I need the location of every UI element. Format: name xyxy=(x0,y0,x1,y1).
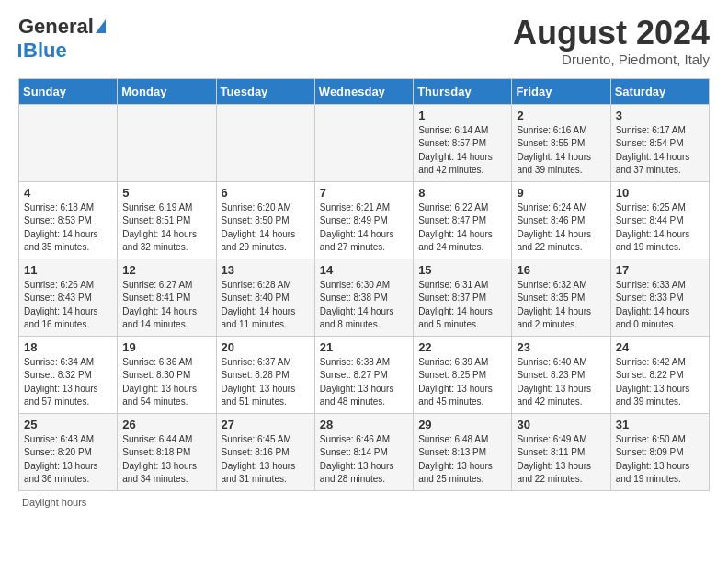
day-info: Sunrise: 6:36 AMSunset: 8:30 PMDaylight:… xyxy=(122,356,210,409)
calendar-cell: 21Sunrise: 6:38 AMSunset: 8:27 PMDayligh… xyxy=(314,336,413,413)
calendar-cell: 28Sunrise: 6:46 AMSunset: 8:14 PMDayligh… xyxy=(314,413,413,490)
calendar-cell: 3Sunrise: 6:17 AMSunset: 8:54 PMDaylight… xyxy=(610,104,709,181)
calendar-cell: 9Sunrise: 6:24 AMSunset: 8:46 PMDaylight… xyxy=(512,181,610,259)
day-info: Sunrise: 6:42 AMSunset: 8:22 PMDaylight:… xyxy=(616,356,704,409)
day-number: 30 xyxy=(517,418,605,431)
day-number: 8 xyxy=(418,186,506,200)
calendar-cell: 23Sunrise: 6:40 AMSunset: 8:23 PMDayligh… xyxy=(512,336,610,413)
col-header-thursday: Thursday xyxy=(414,78,512,104)
day-info: Sunrise: 6:34 AMSunset: 8:32 PMDaylight:… xyxy=(24,356,112,409)
day-number: 6 xyxy=(222,186,310,200)
day-number: 10 xyxy=(616,186,704,200)
day-number: 25 xyxy=(24,418,112,431)
day-number: 12 xyxy=(122,263,210,277)
calendar-cell: 24Sunrise: 6:42 AMSunset: 8:22 PMDayligh… xyxy=(610,336,709,413)
day-number: 16 xyxy=(517,263,605,277)
calendar-cell: 18Sunrise: 6:34 AMSunset: 8:32 PMDayligh… xyxy=(19,336,118,413)
calendar-cell: 10Sunrise: 6:25 AMSunset: 8:44 PMDayligh… xyxy=(610,181,709,259)
col-header-saturday: Saturday xyxy=(610,78,709,104)
header: General Blue August 2024 Druento, Piedmo… xyxy=(18,15,710,67)
header-row: SundayMondayTuesdayWednesdayThursdayFrid… xyxy=(19,78,710,104)
day-info: Sunrise: 6:33 AMSunset: 8:33 PMDaylight:… xyxy=(616,279,704,332)
day-number: 29 xyxy=(418,418,506,431)
day-info: Sunrise: 6:45 AMSunset: 8:16 PMDaylight:… xyxy=(222,433,310,487)
day-number: 5 xyxy=(122,186,210,200)
day-number: 24 xyxy=(616,340,704,354)
calendar-cell: 27Sunrise: 6:45 AMSunset: 8:16 PMDayligh… xyxy=(216,413,314,490)
calendar-cell: 26Sunrise: 6:44 AMSunset: 8:18 PMDayligh… xyxy=(118,413,216,490)
day-number: 22 xyxy=(418,340,506,354)
calendar-cell: 4Sunrise: 6:18 AMSunset: 8:53 PMDaylight… xyxy=(19,181,118,259)
day-info: Sunrise: 6:24 AMSunset: 8:46 PMDaylight:… xyxy=(517,201,605,255)
col-header-friday: Friday xyxy=(512,78,610,104)
day-info: Sunrise: 6:48 AMSunset: 8:13 PMDaylight:… xyxy=(418,433,506,487)
day-number: 27 xyxy=(222,418,310,431)
day-info: Sunrise: 6:17 AMSunset: 8:54 PMDaylight:… xyxy=(616,124,704,178)
day-info: Sunrise: 6:25 AMSunset: 8:44 PMDaylight:… xyxy=(616,201,704,255)
day-info: Sunrise: 6:26 AMSunset: 8:43 PMDaylight:… xyxy=(24,279,112,332)
day-info: Sunrise: 6:20 AMSunset: 8:50 PMDaylight:… xyxy=(222,201,310,255)
week-row-1: 4Sunrise: 6:18 AMSunset: 8:53 PMDaylight… xyxy=(19,181,710,259)
calendar-table: SundayMondayTuesdayWednesdayThursdayFrid… xyxy=(18,78,710,491)
day-number: 23 xyxy=(517,340,605,354)
week-row-2: 11Sunrise: 6:26 AMSunset: 8:43 PMDayligh… xyxy=(19,259,710,336)
day-info: Sunrise: 6:27 AMSunset: 8:41 PMDaylight:… xyxy=(122,279,210,332)
day-number: 2 xyxy=(517,109,605,122)
day-info: Sunrise: 6:50 AMSunset: 8:09 PMDaylight:… xyxy=(616,433,704,487)
day-info: Sunrise: 6:30 AMSunset: 8:38 PMDaylight:… xyxy=(320,279,408,332)
col-header-tuesday: Tuesday xyxy=(216,78,314,104)
calendar-cell: 7Sunrise: 6:21 AMSunset: 8:49 PMDaylight… xyxy=(314,181,413,259)
day-number: 15 xyxy=(418,263,506,277)
day-info: Sunrise: 6:37 AMSunset: 8:28 PMDaylight:… xyxy=(222,356,310,409)
calendar-cell: 5Sunrise: 6:19 AMSunset: 8:51 PMDaylight… xyxy=(118,181,216,259)
day-info: Sunrise: 6:16 AMSunset: 8:55 PMDaylight:… xyxy=(517,124,605,178)
day-number: 18 xyxy=(24,340,112,354)
month-title: August 2024 xyxy=(513,15,710,52)
week-row-3: 18Sunrise: 6:34 AMSunset: 8:32 PMDayligh… xyxy=(19,336,710,413)
day-info: Sunrise: 6:32 AMSunset: 8:35 PMDaylight:… xyxy=(517,279,605,332)
day-info: Sunrise: 6:39 AMSunset: 8:25 PMDaylight:… xyxy=(418,356,506,409)
day-number: 28 xyxy=(320,418,408,431)
calendar-cell: 12Sunrise: 6:27 AMSunset: 8:41 PMDayligh… xyxy=(118,259,216,336)
calendar-cell: 22Sunrise: 6:39 AMSunset: 8:25 PMDayligh… xyxy=(414,336,512,413)
location: Druento, Piedmont, Italy xyxy=(513,52,710,67)
day-number: 14 xyxy=(320,263,408,277)
calendar-cell: 29Sunrise: 6:48 AMSunset: 8:13 PMDayligh… xyxy=(414,413,512,490)
day-info: Sunrise: 6:18 AMSunset: 8:53 PMDaylight:… xyxy=(24,201,112,255)
calendar-cell: 30Sunrise: 6:49 AMSunset: 8:11 PMDayligh… xyxy=(512,413,610,490)
logo-general: General xyxy=(18,15,94,39)
day-info: Sunrise: 6:21 AMSunset: 8:49 PMDaylight:… xyxy=(320,201,408,255)
page: General Blue August 2024 Druento, Piedmo… xyxy=(0,0,728,517)
col-header-sunday: Sunday xyxy=(19,78,118,104)
day-number: 11 xyxy=(24,263,112,277)
day-number: 31 xyxy=(616,418,704,431)
day-number: 3 xyxy=(616,109,704,122)
col-header-monday: Monday xyxy=(118,78,216,104)
calendar-cell: 11Sunrise: 6:26 AMSunset: 8:43 PMDayligh… xyxy=(19,259,118,336)
day-info: Sunrise: 6:31 AMSunset: 8:37 PMDaylight:… xyxy=(418,279,506,332)
day-info: Sunrise: 6:43 AMSunset: 8:20 PMDaylight:… xyxy=(24,433,112,487)
day-number: 20 xyxy=(222,340,310,354)
calendar-cell: 31Sunrise: 6:50 AMSunset: 8:09 PMDayligh… xyxy=(610,413,709,490)
calendar-cell: 15Sunrise: 6:31 AMSunset: 8:37 PMDayligh… xyxy=(414,259,512,336)
title-area: August 2024 Druento, Piedmont, Italy xyxy=(513,15,710,67)
day-info: Sunrise: 6:49 AMSunset: 8:11 PMDaylight:… xyxy=(517,433,605,487)
day-info: Sunrise: 6:44 AMSunset: 8:18 PMDaylight:… xyxy=(122,433,210,487)
day-number: 1 xyxy=(418,109,506,122)
day-number: 13 xyxy=(222,263,310,277)
calendar-cell: 20Sunrise: 6:37 AMSunset: 8:28 PMDayligh… xyxy=(216,336,314,413)
col-header-wednesday: Wednesday xyxy=(314,78,413,104)
calendar-cell: 16Sunrise: 6:32 AMSunset: 8:35 PMDayligh… xyxy=(512,259,610,336)
logo: General Blue xyxy=(18,15,106,63)
day-number: 19 xyxy=(122,340,210,354)
week-row-4: 25Sunrise: 6:43 AMSunset: 8:20 PMDayligh… xyxy=(19,413,710,490)
day-number: 9 xyxy=(517,186,605,200)
calendar-cell: 2Sunrise: 6:16 AMSunset: 8:55 PMDaylight… xyxy=(512,104,610,181)
day-number: 26 xyxy=(122,418,210,431)
calendar-cell: 25Sunrise: 6:43 AMSunset: 8:20 PMDayligh… xyxy=(19,413,118,490)
week-row-0: 1Sunrise: 6:14 AMSunset: 8:57 PMDaylight… xyxy=(19,104,710,181)
day-info: Sunrise: 6:14 AMSunset: 8:57 PMDaylight:… xyxy=(418,124,506,178)
footer: Daylight hours xyxy=(18,497,710,508)
daylight-label: Daylight hours xyxy=(22,497,86,508)
day-number: 21 xyxy=(320,340,408,354)
